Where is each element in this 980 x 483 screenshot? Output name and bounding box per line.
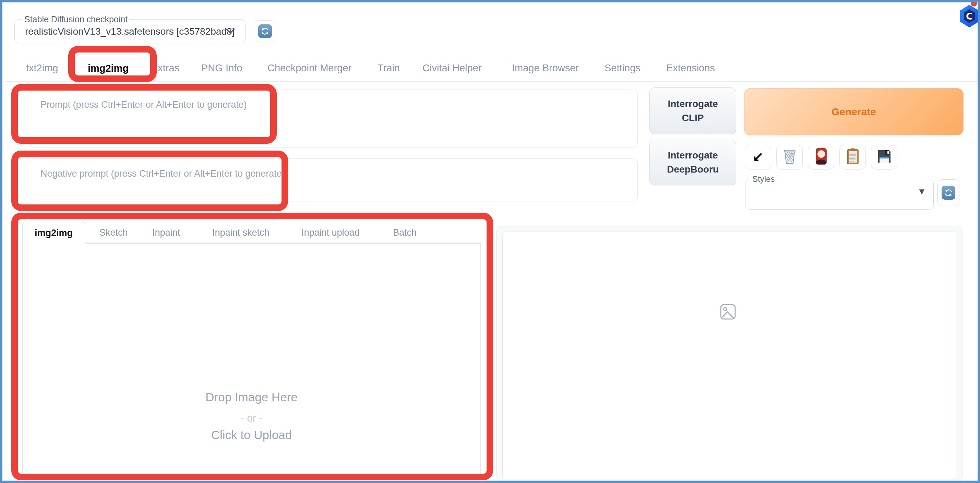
subtab-inpaint-sketch[interactable]: Inpaint sketch — [212, 221, 269, 244]
tab-checkpoint-merger[interactable]: Checkpoint Merger — [267, 54, 352, 82]
interrogate-deepbooru-line2: DeepBooru — [667, 164, 719, 175]
chevron-down-icon — [226, 29, 235, 35]
prompt-input[interactable] — [30, 89, 638, 148]
tab-train[interactable]: Train — [377, 54, 400, 82]
tab-extensions[interactable]: Extensions — [666, 54, 715, 82]
subtab-underline — [22, 242, 481, 244]
subtab-img2img-selected[interactable]: img2img — [22, 221, 85, 244]
styles-label: Styles — [749, 174, 777, 184]
image-upload-dropzone[interactable]: Drop Image Here - or - Click to Upload — [22, 244, 481, 478]
subtab-inpaint-upload[interactable]: Inpaint upload — [301, 221, 360, 244]
tab-image-browser[interactable]: Image Browser — [512, 54, 579, 82]
clipboard-icon — [846, 148, 859, 166]
tab-settings[interactable]: Settings — [605, 54, 641, 82]
interrogate-deepbooru-button[interactable]: Interrogate DeepBooru — [649, 140, 736, 185]
notification-dot — [971, 1, 977, 6]
subtab-sketch[interactable]: Sketch — [99, 221, 128, 244]
red-card-icon — [815, 148, 827, 166]
interrogate-clip-button[interactable]: Interrogate CLIP — [649, 88, 736, 134]
checkpoint-dropdown[interactable]: Stable Diffusion checkpoint realisticVis… — [14, 19, 245, 43]
save-style-button[interactable] — [871, 145, 897, 169]
tab-civitai-helper[interactable]: Civitai Helper — [422, 54, 481, 82]
dropzone-line2: - or - — [22, 412, 480, 424]
interrogate-clip-line2: CLIP — [682, 113, 704, 123]
dropzone-line1: Drop Image Here — [22, 391, 480, 404]
negative-prompt-input[interactable] — [30, 158, 638, 201]
refresh-icon — [942, 186, 955, 200]
image-placeholder-icon — [720, 304, 736, 321]
arrow-down-left-icon: ↙ — [752, 150, 764, 164]
refresh-icon — [258, 24, 272, 38]
tab-img2img-selected[interactable]: img2img — [75, 54, 141, 82]
tab-png-info[interactable]: PNG Info — [201, 54, 242, 82]
clear-prompt-button[interactable] — [776, 145, 803, 169]
tab-underline — [5, 81, 979, 82]
tab-txt2img[interactable]: txt2img — [26, 54, 58, 82]
checkpoint-refresh-button[interactable] — [255, 20, 275, 42]
extra-networks-card-icon-button[interactable] — [808, 145, 834, 169]
interrogate-clip-line1: Interrogate — [668, 99, 718, 110]
output-gallery — [502, 231, 956, 480]
trash-icon — [783, 148, 797, 166]
civitai-extension-badge[interactable]: C — [959, 1, 980, 32]
checkpoint-value: realisticVisionV13_v13.safetensors [c357… — [25, 19, 235, 43]
svg-text:C: C — [966, 11, 973, 22]
tab-extras[interactable]: Extras — [151, 54, 179, 82]
stable-diffusion-webui-window: Stable Diffusion checkpoint realisticVis… — [0, 0, 980, 483]
styles-refresh-button[interactable] — [937, 179, 959, 206]
styles-multiselect[interactable]: Styles ▼ — [745, 179, 934, 210]
interrogate-deepbooru-line1: Interrogate — [668, 150, 718, 161]
generate-label: Generate — [832, 106, 876, 118]
subtab-batch[interactable]: Batch — [393, 221, 417, 244]
apply-styles-clipboard-button[interactable] — [839, 145, 866, 169]
generate-button[interactable]: Generate — [744, 88, 964, 135]
paste-generation-params-button[interactable]: ↙ — [745, 145, 771, 169]
dropzone-line3: Click to Upload — [22, 428, 480, 442]
prompt-tool-buttons: ↙ — [745, 145, 897, 169]
dropdown-caret-icon: ▼ — [919, 187, 924, 196]
floppy-disk-icon — [877, 149, 892, 165]
subtab-inpaint[interactable]: Inpaint — [152, 221, 180, 244]
